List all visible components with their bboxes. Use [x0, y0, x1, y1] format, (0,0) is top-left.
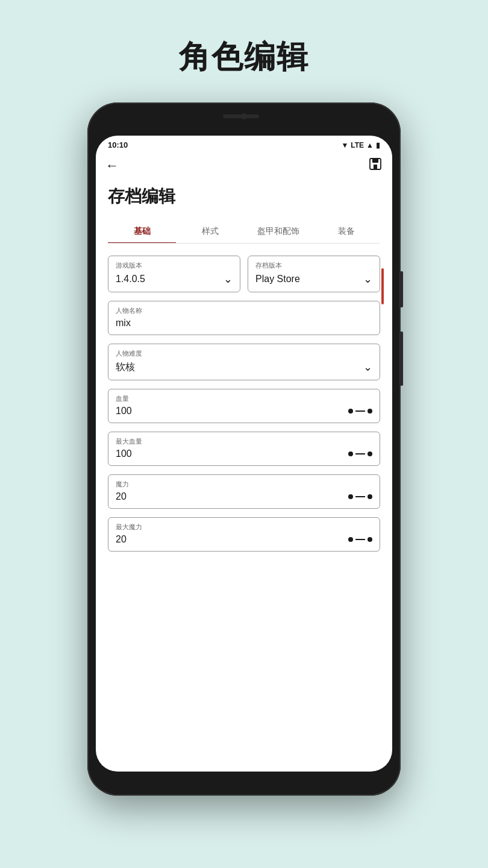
- stepper-dot-3: [348, 451, 353, 456]
- signal-icon: ▲: [366, 141, 374, 149]
- max-mana-row: 最大魔力 20: [108, 517, 380, 552]
- wifi-icon: ▼: [341, 141, 348, 149]
- status-bar: 10:10 ▼ LTE ▲ ▮: [96, 136, 392, 152]
- mana-value: 20: [116, 491, 127, 502]
- health-row: 血量 100: [108, 389, 380, 423]
- health-label: 血量: [116, 394, 372, 403]
- max-health-row: 最大血量 100: [108, 432, 380, 466]
- stepper-line-3: [355, 496, 365, 497]
- stepper-dot-1: [348, 409, 353, 414]
- save-button[interactable]: [368, 157, 383, 174]
- max-health-field[interactable]: 最大血量 100: [108, 432, 380, 466]
- difficulty-label: 人物难度: [116, 349, 372, 358]
- stepper-line: [355, 410, 365, 412]
- stepper-dot-2: [368, 409, 372, 414]
- difficulty-value: 软核: [116, 361, 135, 374]
- difficulty-dropdown-icon[interactable]: ⌄: [363, 360, 372, 374]
- health-value: 100: [116, 406, 132, 417]
- page-title: 角色编辑: [179, 36, 309, 78]
- phone-screen: 10:10 ▼ LTE ▲ ▮ ←: [96, 136, 392, 772]
- screen-content: 存档编辑 基础 样式 盔甲和配饰 装备 游戏版本 1.4.0.5 ⌄: [96, 185, 392, 552]
- screen-title: 存档编辑: [108, 185, 380, 208]
- power-button: [400, 332, 403, 386]
- character-name-field[interactable]: 人物名称 mix: [108, 301, 380, 335]
- stepper-line-2: [355, 453, 365, 454]
- character-name-row: 人物名称 mix: [108, 301, 380, 335]
- stepper-line-4: [355, 539, 365, 540]
- max-mana-stepper[interactable]: [348, 537, 372, 542]
- phone-mockup: 10:10 ▼ LTE ▲ ▮ ←: [87, 102, 401, 796]
- battery-icon: ▮: [376, 141, 380, 149]
- game-version-label: 游戏版本: [116, 261, 233, 270]
- stepper-dot-8: [368, 537, 372, 542]
- network-label: LTE: [351, 141, 364, 149]
- tab-equipment[interactable]: 装备: [312, 220, 380, 243]
- difficulty-field[interactable]: 人物难度 软核 ⌄: [108, 344, 380, 380]
- save-version-field[interactable]: 存档版本 Play Store ⌄: [248, 256, 380, 292]
- phone-speaker: [223, 115, 259, 118]
- mana-stepper[interactable]: [348, 494, 372, 499]
- status-icons: ▼ LTE ▲ ▮: [341, 141, 380, 149]
- mana-field[interactable]: 魔力 20: [108, 474, 380, 509]
- max-health-stepper[interactable]: [348, 451, 372, 456]
- tab-basics[interactable]: 基础: [108, 220, 176, 243]
- difficulty-row: 人物难度 软核 ⌄: [108, 344, 380, 380]
- game-version-dropdown-icon[interactable]: ⌄: [224, 272, 233, 286]
- stepper-dot-7: [348, 537, 353, 542]
- health-field[interactable]: 血量 100: [108, 389, 380, 423]
- save-version-dropdown-icon[interactable]: ⌄: [363, 272, 372, 286]
- character-name-value: mix: [116, 318, 372, 329]
- phone-frame: 10:10 ▼ LTE ▲ ▮ ←: [87, 102, 401, 796]
- max-health-label: 最大血量: [116, 437, 372, 446]
- tab-style[interactable]: 样式: [176, 220, 244, 243]
- save-version-value: Play Store: [255, 274, 300, 285]
- stepper-dot-6: [368, 494, 372, 499]
- status-time: 10:10: [108, 140, 128, 149]
- max-health-value: 100: [116, 448, 132, 459]
- character-name-label: 人物名称: [116, 306, 372, 315]
- stepper-dot-5: [348, 494, 353, 499]
- tab-bar: 基础 样式 盔甲和配饰 装备: [108, 220, 380, 244]
- max-mana-field[interactable]: 最大魔力 20: [108, 517, 380, 552]
- mana-label: 魔力: [116, 480, 372, 489]
- save-version-label: 存档版本: [255, 261, 372, 270]
- mana-row: 魔力 20: [108, 474, 380, 509]
- health-stepper[interactable]: [348, 409, 372, 414]
- max-mana-value: 20: [116, 534, 127, 545]
- svg-rect-2: [374, 165, 377, 169]
- stepper-dot-4: [368, 451, 372, 456]
- scroll-accent: [381, 268, 384, 304]
- max-mana-label: 最大魔力: [116, 523, 372, 532]
- svg-rect-1: [372, 159, 378, 163]
- game-version-field[interactable]: 游戏版本 1.4.0.5 ⌄: [108, 256, 240, 292]
- game-version-value: 1.4.0.5: [116, 274, 145, 285]
- tab-armor[interactable]: 盔甲和配饰: [244, 220, 312, 243]
- volume-button: [400, 271, 403, 307]
- back-button[interactable]: ←: [105, 158, 119, 174]
- version-row: 游戏版本 1.4.0.5 ⌄ 存档版本 Play Store ⌄: [108, 256, 380, 292]
- app-bar: ←: [96, 152, 392, 179]
